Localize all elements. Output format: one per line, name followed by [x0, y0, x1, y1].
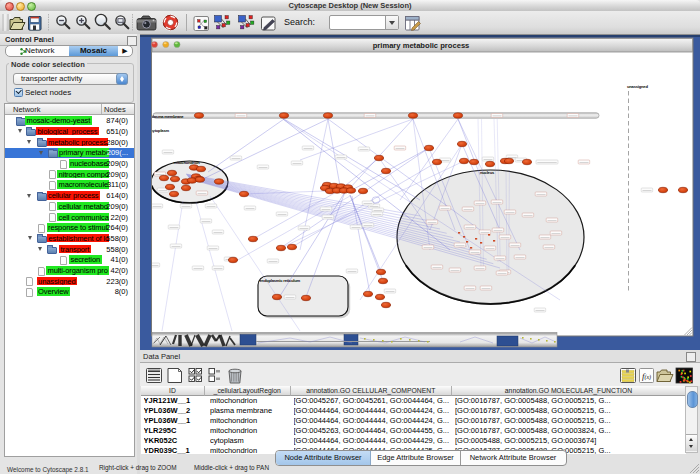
svg-text:nucleus: nucleus	[480, 170, 495, 175]
svg-text:primary metabolic process: primary metabolic process	[373, 41, 470, 50]
svg-text:endoplasmic reticulum: endoplasmic reticulum	[260, 278, 301, 283]
svg-text:plasma membrane: plasma membrane	[151, 114, 185, 119]
svg-text:mitochondrion: mitochondrion	[174, 160, 201, 165]
svg-text:unassigned: unassigned	[627, 84, 648, 89]
svg-text:cytoplasm: cytoplasm	[151, 128, 170, 133]
